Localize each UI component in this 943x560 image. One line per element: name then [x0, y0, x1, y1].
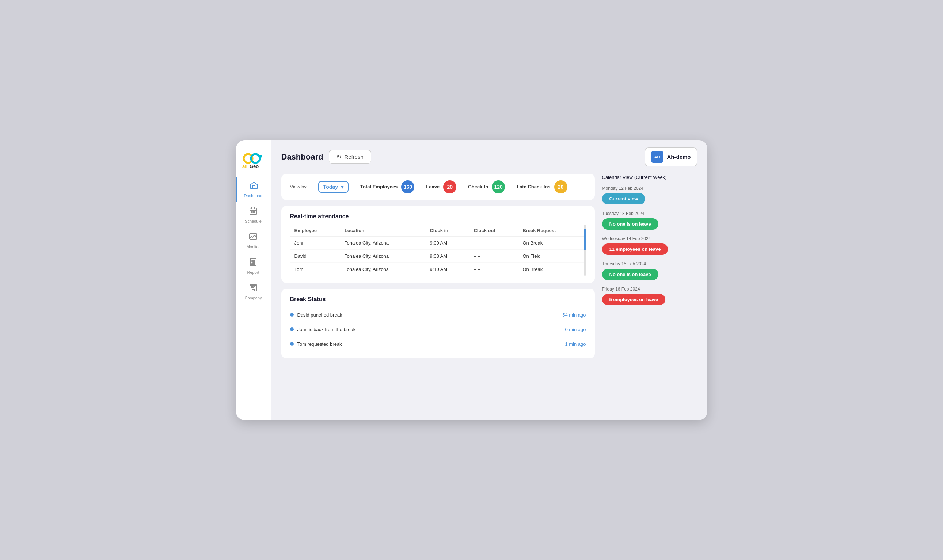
page-title: Dashboard: [281, 152, 323, 162]
attendance-table-wrapper: Employee Location Clock in Clock out Bre…: [290, 225, 586, 275]
stats-bar: View by Today ▾ Total Employees 160 Leav…: [281, 174, 595, 200]
avatar: AD: [651, 151, 664, 163]
scroll-indicator: [584, 225, 586, 275]
calendar-title: Calendar View (Current Week): [602, 174, 697, 180]
late-checkins-stat: Late Check-Ins 20: [517, 180, 567, 194]
calendar-day: Tuesday 13 Feb 2024 No one is on leave: [602, 211, 697, 229]
late-checkins-label: Late Check-Ins: [517, 184, 550, 189]
table-row: David Tonalea City, Arizona 9:08 AM – – …: [290, 249, 586, 263]
sidebar-item-schedule[interactable]: Schedule: [236, 202, 271, 228]
col-location: Location: [340, 225, 426, 237]
user-name: Ah-demo: [667, 154, 691, 160]
refresh-icon: ↻: [336, 153, 341, 160]
sidebar-item-report[interactable]: Report: [236, 253, 271, 279]
refresh-label: Refresh: [344, 154, 364, 160]
svg-rect-17: [252, 289, 254, 291]
calendar-day: Friday 16 Feb 2024 5 employees on leave: [602, 286, 697, 305]
svg-text:Geo: Geo: [250, 163, 259, 169]
svg-rect-7: [253, 212, 253, 212]
total-employees-label: Total Employees: [360, 184, 398, 189]
sidebar-item-monitor[interactable]: Monitor: [236, 228, 271, 253]
svg-rect-13: [254, 262, 255, 265]
cell-employee: John: [290, 236, 340, 249]
cal-badge[interactable]: 11 employees on leave: [602, 243, 668, 255]
calendar-days-container: Monday 12 Feb 2024 Current view Tuesday …: [602, 186, 697, 312]
cell-clock-out: – –: [469, 263, 518, 275]
cell-employee: Tom: [290, 263, 340, 275]
checkin-stat: Check-In 120: [468, 180, 505, 194]
break-text: David punched break: [298, 312, 343, 318]
sidebar-item-dashboard[interactable]: Dashboard: [236, 177, 271, 202]
late-checkins-badge: 20: [554, 180, 567, 194]
cell-location: Tonalea City, Arizona: [340, 236, 426, 249]
leave-label: Leave: [426, 184, 440, 189]
break-item: Tom requested break 1 min ago: [290, 337, 586, 351]
svg-point-2: [259, 155, 262, 158]
break-item: David punched break 54 min ago: [290, 308, 586, 322]
cell-break-request: On Break: [518, 263, 586, 275]
leave-stat: Leave 20: [426, 180, 456, 194]
cal-day-label: Monday 12 Feb 2024: [602, 186, 697, 191]
sidebar-item-label-schedule: Schedule: [245, 219, 262, 223]
home-icon: [250, 181, 258, 192]
calendar-panel: Calendar View (Current Week) Monday 12 F…: [602, 174, 697, 410]
cell-clock-out: – –: [469, 249, 518, 263]
cal-badge[interactable]: 5 employees on leave: [602, 294, 666, 305]
attendance-table: Employee Location Clock in Clock out Bre…: [290, 225, 586, 275]
svg-text:all: all: [242, 163, 247, 169]
cell-employee: David: [290, 249, 340, 263]
calendar-title-text: Calendar View: [602, 174, 633, 180]
break-left: John is back from the break: [290, 327, 356, 332]
break-left: David punched break: [290, 312, 343, 318]
sidebar-item-company[interactable]: Company: [236, 279, 271, 305]
break-status-card: Break Status David punched break 54 min …: [281, 289, 595, 358]
sidebar-item-label-company: Company: [244, 296, 262, 300]
svg-rect-12: [253, 263, 253, 265]
break-status-title: Break Status: [290, 296, 586, 303]
attendance-card: Real-time attendance Employee Location C…: [281, 206, 595, 283]
svg-rect-16: [253, 286, 255, 288]
attendance-title: Real-time attendance: [290, 213, 586, 220]
view-by-select[interactable]: Today ▾: [318, 181, 349, 193]
total-employees-stat: Total Employees 160: [360, 180, 414, 194]
cal-badge[interactable]: No one is on leave: [602, 269, 658, 280]
chevron-down-icon: ▾: [341, 184, 343, 190]
break-left: Tom requested break: [290, 342, 342, 347]
svg-rect-15: [252, 286, 253, 288]
main-content: Dashboard ↻ Refresh AD Ah-demo View by T…: [271, 140, 707, 420]
svg-rect-11: [252, 264, 252, 265]
calendar-subtitle: (Current Week): [634, 174, 667, 180]
checkin-label: Check-In: [468, 184, 488, 189]
break-dot: [290, 313, 294, 317]
break-time: 54 min ago: [562, 312, 586, 318]
cell-break-request: On Field: [518, 249, 586, 263]
svg-rect-8: [254, 212, 255, 212]
calendar-day: Wednesday 14 Feb 2024 11 employees on le…: [602, 236, 697, 255]
col-clock-in: Clock in: [425, 225, 469, 237]
view-by-label: View by: [290, 184, 307, 189]
content-left: View by Today ▾ Total Employees 160 Leav…: [281, 174, 595, 410]
sidebar-item-label-report: Report: [247, 270, 259, 274]
view-by-value: Today: [323, 184, 338, 190]
cal-day-label: Tuesday 13 Feb 2024: [602, 211, 697, 216]
report-icon: [249, 258, 258, 269]
break-text: Tom requested break: [298, 342, 342, 347]
break-text: John is back from the break: [298, 327, 356, 332]
break-item: John is back from the break 0 min ago: [290, 322, 586, 337]
app-shell: all Geo Dashboard: [236, 140, 707, 420]
calendar-day: Monday 12 Feb 2024 Current view: [602, 186, 697, 205]
cal-badge[interactable]: Current view: [602, 193, 645, 205]
cal-badge[interactable]: No one is on leave: [602, 218, 658, 229]
calendar-day: Thursday 15 Feb 2024 No one is on leave: [602, 262, 697, 280]
checkin-badge: 120: [492, 180, 505, 194]
leave-badge: 20: [443, 180, 456, 194]
user-chip[interactable]: AD Ah-demo: [645, 148, 697, 166]
cell-clock-out: – –: [469, 236, 518, 249]
refresh-button[interactable]: ↻ Refresh: [329, 150, 371, 163]
break-dot: [290, 328, 294, 331]
company-icon: [249, 283, 258, 294]
break-time: 1 min ago: [565, 342, 586, 347]
sidebar-item-label-monitor: Monitor: [247, 245, 260, 249]
table-row: John Tonalea City, Arizona 9:00 AM – – O…: [290, 236, 586, 249]
sidebar: all Geo Dashboard: [236, 140, 271, 420]
